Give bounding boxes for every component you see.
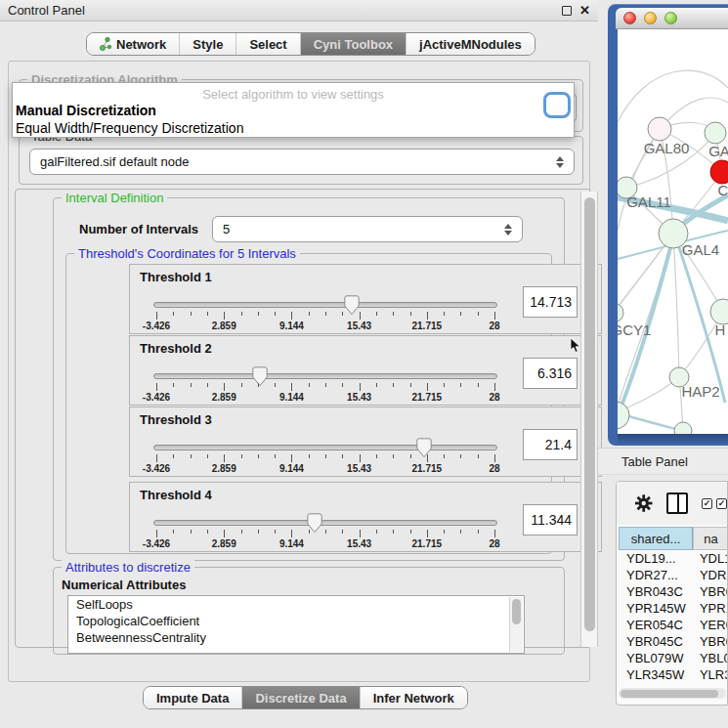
table-row[interactable]: YBL079WYBL0 (619, 650, 728, 666)
threshold-value-field[interactable]: 21.4 (523, 429, 578, 460)
table-cell: YER0 (694, 618, 728, 632)
tab-jactivemnodules[interactable]: jActiveMNodules (407, 33, 535, 55)
node-label: HAP2 (681, 383, 719, 400)
settings-vertical-scrollbar[interactable] (580, 192, 598, 647)
zoom-traffic-light-icon[interactable] (664, 12, 677, 24)
gear-icon[interactable] (634, 493, 653, 513)
table-row[interactable]: YBR045CYBR0 (619, 633, 728, 650)
tab-label: Impute Data (156, 691, 229, 706)
node-gal80[interactable] (648, 117, 671, 141)
checkbox-icon[interactable]: ✓ (716, 498, 727, 509)
combo-spinner-icon[interactable] (556, 156, 564, 168)
tab-network[interactable]: Network (87, 33, 180, 55)
tab-label: Discretize Data (255, 691, 346, 706)
column-header[interactable]: shared... (619, 527, 693, 550)
tab-cyni-toolbox[interactable]: Cyni Toolbox (301, 33, 407, 55)
attribute-list-item[interactable]: SelfLoops (68, 596, 524, 613)
algorithm-option[interactable]: Manual Discretization (13, 102, 574, 119)
table-row[interactable]: YPR145WYPR1 (619, 600, 728, 617)
table-panel-titlebar: Table Panel (598, 448, 728, 475)
threshold-slider[interactable] (153, 373, 497, 379)
network-edge (673, 234, 679, 377)
close-traffic-light-icon[interactable] (623, 12, 636, 24)
table-row[interactable]: YDR27...YDR2 (619, 567, 728, 583)
table-cell: YPR1 (694, 601, 728, 616)
tab-label: Infer Network (373, 691, 454, 706)
table-rows: YDL19...YDL1YDR27...YDR2YBR043CYBR0YPR14… (619, 550, 728, 687)
combo-focus-ring[interactable] (543, 92, 571, 118)
node-top-right[interactable] (705, 122, 726, 144)
table-cell: YPR145W (619, 601, 694, 616)
node-bottom[interactable] (674, 422, 692, 434)
cyni-toolbox-panel: Discretization Algorithm Table Data galF… (8, 61, 590, 682)
slider-ticks (156, 530, 494, 537)
table-header-row: shared...na (619, 527, 728, 550)
slider-tick-labels: -3.4262.8599.14415.4321.71528 (156, 392, 494, 404)
table-row[interactable]: YER054CYER0 (619, 617, 728, 633)
table-horizontal-scrollbar[interactable] (619, 688, 726, 699)
tab-label: Network (116, 37, 166, 52)
table-cell: YBR0 (694, 584, 728, 599)
attributes-list-scrollbar[interactable] (509, 597, 523, 652)
slider-tick-labels: -3.4262.8599.14415.4321.71528 (156, 463, 494, 475)
combo-spinner-icon[interactable] (504, 224, 512, 236)
split-columns-icon[interactable] (666, 492, 688, 514)
table-cell: YDR2 (694, 568, 728, 582)
network-edge (618, 70, 728, 122)
node-label: H (715, 321, 726, 338)
table-row[interactable]: YDL19...YDL1 (619, 550, 728, 567)
close-icon[interactable]: ✕ (579, 6, 590, 16)
tab-label: Cyni Toolbox (314, 37, 393, 52)
threshold-label: Threshold 4 (140, 488, 212, 502)
tab-infer-network[interactable]: Infer Network (361, 687, 467, 708)
algorithm-dropdown-popup: Select algorithm to view settings Manual… (12, 82, 575, 138)
table-cell: YBL079W (619, 651, 694, 665)
threshold-label: Threshold 1 (140, 270, 212, 284)
column-checkboxes: ✓ ✓ (702, 498, 727, 509)
threshold-value-field[interactable]: 11.344 (523, 504, 578, 535)
threshold-value-field[interactable]: 14.713 (523, 286, 578, 318)
table-cell: YER054C (619, 618, 694, 632)
threshold-box: Threshold 3-3.4262.8599.14415.4321.71528… (129, 407, 602, 477)
threshold-box: Threshold 1-3.4262.8599.14415.4321.71528… (129, 264, 602, 334)
attributes-group-title: Attributes to discretize (62, 560, 194, 575)
table-cell: YDL19... (619, 551, 694, 566)
algorithm-option[interactable]: Equal Width/Frequency Discretization (13, 119, 574, 137)
num-intervals-value: 5 (223, 222, 230, 236)
checkbox-icon[interactable]: ✓ (702, 498, 712, 509)
threshold-slider[interactable] (153, 445, 497, 450)
num-intervals-combo[interactable]: 5 (212, 216, 523, 242)
tab-label: Style (193, 37, 223, 52)
attribute-list-item[interactable]: TopologicalCoefficient (68, 613, 524, 629)
node-label: GAL4 (682, 241, 719, 258)
threshold-value-field[interactable]: 6.316 (523, 358, 578, 389)
table-data-combo[interactable]: galFiltered.sif default node (29, 149, 575, 175)
network-view-window[interactable]: GAL80GACGAL11GAL4GCY1HHAP2 (608, 4, 728, 446)
table-cell: YDR27... (619, 568, 694, 582)
network-window-titlebar[interactable] (616, 8, 728, 29)
node-gcy1[interactable] (618, 303, 623, 322)
threshold-slider[interactable] (153, 520, 497, 526)
table-cell: YLR345W (619, 667, 694, 682)
node-label: GCY1 (618, 321, 651, 338)
minimize-traffic-light-icon[interactable] (644, 12, 657, 24)
column-header[interactable]: na (693, 527, 728, 550)
node-bottom-left[interactable] (618, 402, 629, 429)
table-row[interactable]: YLR345WYLR3 (619, 666, 728, 683)
threshold-slider[interactable] (153, 302, 497, 308)
thresholds-group-title: Threshold's Coordinates for 5 Intervals (74, 246, 300, 261)
attribute-list-item[interactable]: BetweennessCentrality (68, 629, 524, 646)
mouse-cursor (570, 338, 581, 354)
tab-discretize-data[interactable]: Discretize Data (242, 687, 360, 708)
tab-select[interactable]: Select (236, 33, 300, 55)
network-canvas[interactable]: GAL80GACGAL11GAL4GCY1HHAP2 (618, 29, 728, 434)
table-row[interactable]: YIL052CYIL0 (619, 683, 728, 687)
interval-definition-group: Interval Definition Number of Intervals … (53, 197, 565, 561)
tab-style[interactable]: Style (180, 33, 236, 55)
attributes-list[interactable]: SelfLoopsTopologicalCoefficientBetweenne… (67, 595, 525, 654)
table-row[interactable]: YBR043CYBR0 (619, 583, 728, 600)
table-cell: YDL1 (694, 551, 728, 566)
node-label: GAL11 (626, 193, 671, 210)
tab-impute-data[interactable]: Impute Data (144, 687, 242, 708)
float-window-icon[interactable] (562, 6, 572, 16)
